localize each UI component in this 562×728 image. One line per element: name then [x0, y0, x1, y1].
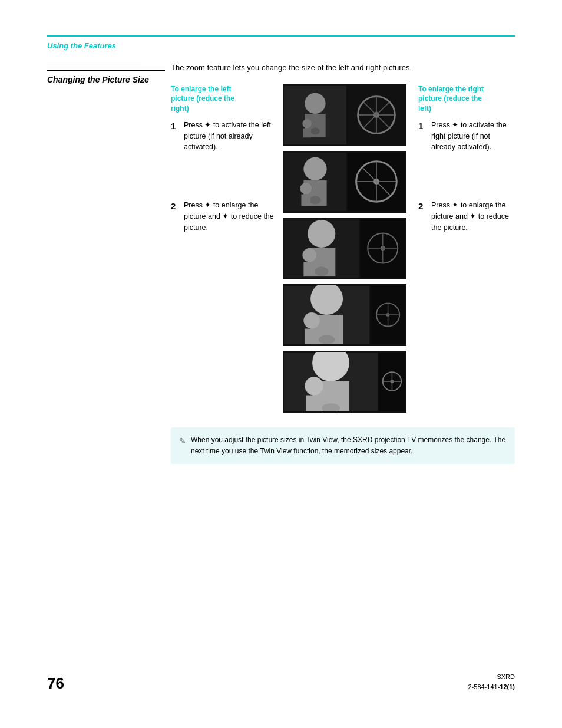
right-column: The zoom feature lets you change the siz… — [165, 62, 515, 464]
left-column: Changing the Picture Size — [47, 62, 165, 464]
svg-rect-50 — [305, 328, 319, 344]
svg-point-20 — [309, 196, 321, 204]
svg-rect-5 — [303, 128, 311, 137]
right-step2-number: 2 — [418, 200, 428, 233]
svg-point-18 — [303, 157, 326, 180]
image-5 — [283, 351, 406, 413]
image-4 — [283, 284, 406, 346]
footer-part-number: 2-584-141- — [468, 683, 500, 690]
right-step-2: 2 Press ✦ to enlarge the picture and ✦ t… — [418, 200, 515, 233]
footer-info: SXRD 2-584-141-12(1) — [468, 672, 515, 693]
svg-point-36 — [302, 248, 316, 262]
left-step-2: 2 Press ✦ to enlarge the picture and ✦ t… — [171, 200, 280, 233]
footer-part: 2-584-141-12(1) — [468, 682, 515, 693]
footer-part-bold: 12(1) — [500, 683, 515, 690]
svg-point-21 — [300, 182, 312, 194]
section-title-divider — [47, 62, 141, 62]
left-step2-text: Press ✦ to enlarge the picture and ✦ to … — [184, 200, 280, 233]
right-step1-text: Press ✦ to activate the right picture (i… — [431, 120, 515, 153]
page-container: Using the Features Changing the Picture … — [0, 0, 562, 728]
right-step1-number: 1 — [418, 120, 428, 153]
left-col-heading: To enlarge the left picture (reduce the … — [171, 84, 280, 114]
page-number: 76 — [47, 674, 64, 693]
svg-point-35 — [315, 266, 329, 276]
right-step2-text: Press ✦ to enlarge the picture and ✦ to … — [431, 200, 515, 233]
svg-rect-37 — [303, 262, 315, 276]
left-step1-text: Press ✦ to activate the left picture (if… — [184, 120, 280, 153]
image-1 — [283, 84, 406, 146]
top-rule — [47, 35, 515, 37]
svg-point-62 — [305, 377, 323, 395]
note-icon: ✎ — [179, 434, 186, 457]
right-instructions: To enlarge the right picture (reduce the… — [409, 84, 515, 239]
svg-rect-63 — [306, 395, 322, 410]
left-step1-number: 1 — [171, 120, 180, 153]
svg-point-4 — [302, 118, 312, 128]
left-step-1: 1 Press ✦ to activate the left picture (… — [171, 120, 280, 153]
svg-point-1 — [305, 93, 325, 113]
section-label: Using the Features — [47, 41, 515, 50]
note-text: When you adjust the picture sizes in Twi… — [191, 434, 507, 457]
svg-point-3 — [310, 127, 320, 134]
svg-point-49 — [303, 312, 319, 328]
section-title: Changing the Picture Size — [47, 70, 165, 86]
left-step2-number: 2 — [171, 200, 180, 233]
image-4-svg — [284, 285, 405, 345]
svg-point-48 — [319, 335, 335, 344]
image-1-svg — [284, 85, 405, 145]
content-area: Changing the Picture Size The zoom featu… — [47, 62, 515, 464]
right-step-1: 1 Press ✦ to activate the right picture … — [418, 120, 515, 153]
image-2 — [283, 151, 406, 213]
image-2-svg — [284, 152, 405, 212]
image-3-svg — [284, 219, 405, 278]
note-box: ✎ When you adjust the picture sizes in T… — [171, 427, 515, 464]
images-column — [283, 84, 409, 413]
image-5-svg — [284, 352, 405, 411]
right-col-heading: To enlarge the right picture (reduce the… — [418, 84, 515, 114]
svg-rect-22 — [301, 194, 310, 206]
intro-text: The zoom feature lets you change the siz… — [171, 62, 515, 74]
svg-point-33 — [308, 219, 335, 247]
left-instructions: To enlarge the left picture (reduce the … — [171, 84, 280, 239]
footer-product: SXRD — [468, 672, 515, 683]
image-3 — [283, 218, 406, 279]
